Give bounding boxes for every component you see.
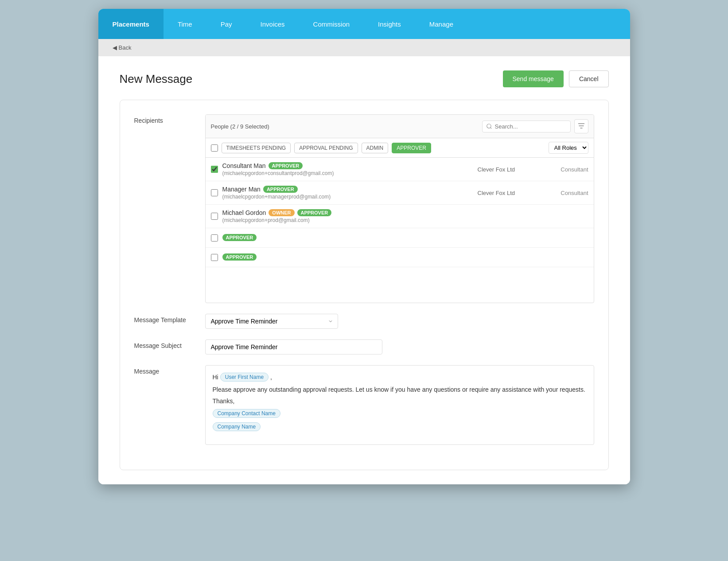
message-template-row: Message Template Approve Time Reminder xyxy=(134,314,594,329)
app-window: Placements Time Pay Invoices Commission … xyxy=(98,9,630,484)
header-actions: Send message Cancel xyxy=(503,70,609,87)
greeting-suffix: , xyxy=(270,374,272,381)
page-title: New Message xyxy=(120,72,193,86)
person-role-2: Consultant xyxy=(544,190,588,196)
person-name-3: Michael Gordon xyxy=(222,209,266,216)
send-message-button[interactable]: Send message xyxy=(503,70,564,87)
message-body: Please approve any outstanding approval … xyxy=(213,386,585,393)
person-badge-owner-3: OWNER xyxy=(269,209,294,216)
message-body-line: Please approve any outstanding approval … xyxy=(213,386,587,393)
recipients-panel: People (2 / 9 Selected) xyxy=(205,114,594,303)
cancel-button[interactable]: Cancel xyxy=(569,70,609,87)
back-bar: ◀ Back xyxy=(98,39,630,56)
person-name-2: Manager Man xyxy=(222,186,261,193)
person-info-3: Michael Gordon OWNER APPROVER (michaelcp… xyxy=(222,209,473,223)
select-all-checkbox[interactable] xyxy=(211,144,218,152)
message-thanks: Thanks, xyxy=(213,397,235,405)
nav-placements[interactable]: Placements xyxy=(98,9,164,39)
message-label: Message xyxy=(134,365,205,375)
person-company-1: Clever Fox Ltd xyxy=(478,166,540,173)
message-control: Hi User First Name , Please approve any … xyxy=(205,365,594,445)
template-select[interactable]: Approve Time Reminder xyxy=(205,314,338,329)
filter-tab-approver[interactable]: APPROVER xyxy=(392,143,431,153)
user-first-name-token: User First Name xyxy=(220,373,269,382)
empty-info-1: APPROVER xyxy=(222,234,588,242)
person-row-3: Michael Gordon OWNER APPROVER (michaelcp… xyxy=(206,205,594,228)
empty-name-row-1: APPROVER xyxy=(222,234,588,241)
person-email-2: (michaelcpgordon+managerprod@gmail.com) xyxy=(222,194,473,200)
empty-checkbox-1[interactable] xyxy=(211,234,218,242)
message-thanks-line: Thanks, xyxy=(213,397,587,405)
empty-row-2: APPROVER xyxy=(206,248,594,267)
person-company-2: Clever Fox Ltd xyxy=(478,190,540,196)
person-info-1: Consultant Man APPROVER (michaelcpgordon… xyxy=(222,162,473,176)
person-checkbox-2[interactable] xyxy=(211,189,218,196)
filter-tabs: TIMESHEETS PENDING APPROVAL PENDING ADMI… xyxy=(206,138,594,158)
recipients-header: People (2 / 9 Selected) xyxy=(206,115,594,138)
main-content: New Message Send message Cancel Recipien… xyxy=(98,56,630,484)
person-checkbox-1[interactable] xyxy=(211,166,218,173)
empty-checkbox-2[interactable] xyxy=(211,254,218,261)
message-contact-line: Company Contact Name xyxy=(213,409,587,418)
message-area[interactable]: Hi User First Name , Please approve any … xyxy=(205,365,594,445)
nav-pay[interactable]: Pay xyxy=(206,9,246,39)
search-input[interactable] xyxy=(482,121,571,132)
empty-name-row-2: APPROVER xyxy=(222,253,588,261)
empty-badge-approver-2: APPROVER xyxy=(222,253,257,261)
person-name-row-2: Manager Man APPROVER xyxy=(222,186,473,193)
message-company-line: Company Name xyxy=(213,422,587,431)
message-subject-label: Message Subject xyxy=(134,339,205,349)
person-name-1: Consultant Man xyxy=(222,162,266,169)
message-template-label: Message Template xyxy=(134,314,205,323)
empty-badge-approver-1: APPROVER xyxy=(222,234,257,241)
person-info-2: Manager Man APPROVER (michaelcpgordon+ma… xyxy=(222,186,473,200)
person-name-row-1: Consultant Man APPROVER xyxy=(222,162,473,169)
nav-insights[interactable]: Insights xyxy=(364,9,415,39)
recipients-row: Recipients People (2 / 9 Selected) xyxy=(134,114,594,303)
people-label: People xyxy=(211,123,229,130)
message-greeting-line: Hi User First Name , xyxy=(213,373,587,382)
nav-commission[interactable]: Commission xyxy=(299,9,364,39)
filter-button[interactable] xyxy=(574,119,588,133)
search-box xyxy=(482,119,588,133)
nav-manage[interactable]: Manage xyxy=(415,9,467,39)
message-row: Message Hi User First Name , Please appr… xyxy=(134,365,594,445)
person-badge-approver-1: APPROVER xyxy=(269,162,303,169)
person-role-1: Consultant xyxy=(544,166,588,173)
subject-input[interactable] xyxy=(205,339,382,355)
filter-tab-approval-pending[interactable]: APPROVAL PENDING xyxy=(294,143,358,153)
person-row-1: Consultant Man APPROVER (michaelcpgordon… xyxy=(206,158,594,181)
person-name-row-3: Michael Gordon OWNER APPROVER xyxy=(222,209,473,216)
person-checkbox-3[interactable] xyxy=(211,213,218,220)
message-subject-row: Message Subject xyxy=(134,339,594,355)
message-subject-control xyxy=(205,339,594,355)
recipients-spacer xyxy=(206,267,594,303)
back-label: Back xyxy=(119,44,132,51)
back-link[interactable]: ◀ Back xyxy=(113,44,132,51)
form-card: Recipients People (2 / 9 Selected) xyxy=(120,100,609,470)
nav-time[interactable]: Time xyxy=(164,9,206,39)
roles-select[interactable]: All Roles xyxy=(549,142,588,154)
page-header: New Message Send message Cancel xyxy=(120,70,609,87)
message-template-control: Approve Time Reminder xyxy=(205,314,594,329)
greeting-prefix: Hi xyxy=(213,374,218,381)
filter-tab-timesheets-pending[interactable]: TIMESHEETS PENDING xyxy=(222,143,291,153)
empty-info-2: APPROVER xyxy=(222,253,588,261)
empty-row-1: APPROVER xyxy=(206,228,594,248)
recipients-label: Recipients xyxy=(134,114,205,124)
person-email-3: (michaelcpgordon+prod@gmail.com) xyxy=(222,217,473,223)
person-email-1: (michaelcpgordon+consultantprod@gmail.co… xyxy=(222,170,473,176)
selected-count: 2 / 9 Selected xyxy=(232,123,268,130)
person-badge-approver-2: APPROVER xyxy=(263,186,298,193)
nav-invoices[interactable]: Invoices xyxy=(246,9,299,39)
filter-tab-admin[interactable]: ADMIN xyxy=(362,143,389,153)
back-arrow-icon: ◀ xyxy=(113,44,117,51)
main-nav: Placements Time Pay Invoices Commission … xyxy=(98,9,630,39)
people-count: People (2 / 9 Selected) xyxy=(211,123,269,130)
filter-icon xyxy=(578,123,584,130)
company-contact-name-token: Company Contact Name xyxy=(213,409,280,418)
person-row-2: Manager Man APPROVER (michaelcpgordon+ma… xyxy=(206,181,594,205)
recipients-panel-container: People (2 / 9 Selected) xyxy=(205,114,594,303)
person-badge-approver-3: APPROVER xyxy=(297,209,332,216)
company-name-token: Company Name xyxy=(213,422,261,431)
